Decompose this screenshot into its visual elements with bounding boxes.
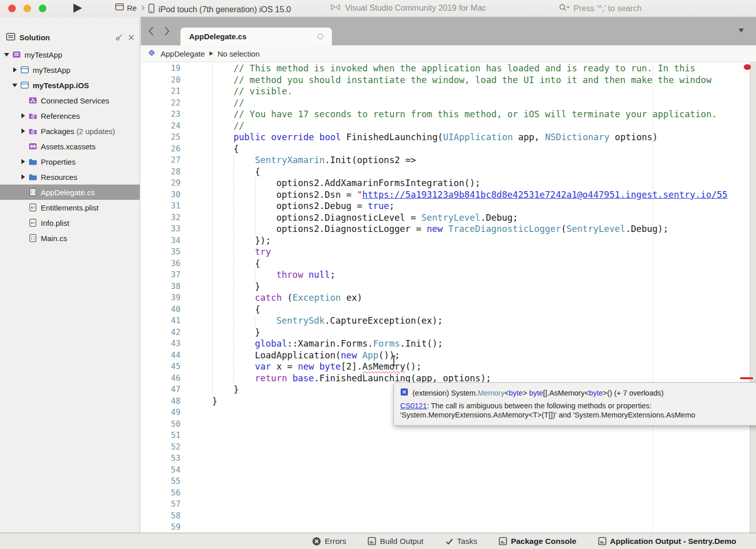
code-editor[interactable]: 19// This method is invoked when the app…	[141, 62, 756, 533]
code-line-57[interactable]: 57	[141, 499, 756, 510]
line-number[interactable]: 28	[141, 166, 180, 178]
tree-item-properties[interactable]: Properties	[0, 154, 140, 169]
code-line-35[interactable]: 35try	[141, 246, 756, 258]
code-line-33[interactable]: 33options2.DiagnosticLogger = new TraceD…	[141, 223, 756, 235]
navigate-forward-button[interactable]	[163, 25, 171, 39]
code-line-34[interactable]: 34});	[141, 235, 756, 247]
line-number[interactable]: 41	[141, 315, 180, 327]
line-number[interactable]: 32	[141, 212, 180, 224]
line-number[interactable]: 42	[141, 327, 180, 338]
chevron-down-icon[interactable]	[11, 82, 19, 88]
code-line-38[interactable]: 38}	[141, 281, 756, 293]
tree-item-entitlements-plist[interactable]: Entitlements.plist	[0, 200, 140, 215]
code-line-31[interactable]: 31options2.Debug = true;	[141, 200, 756, 212]
code-line-40[interactable]: 40{	[141, 304, 756, 316]
code-line-52[interactable]: 52	[141, 441, 756, 453]
error-code-link[interactable]: CS0121	[400, 402, 427, 410]
code-line-21[interactable]: 21// visible.	[141, 86, 756, 97]
zoom-window-button[interactable]	[39, 5, 46, 12]
line-number[interactable]: 46	[141, 373, 180, 384]
tree-item-connected-services[interactable]: Connected Services	[0, 93, 140, 108]
code-line-37[interactable]: 37throw null;	[141, 269, 756, 281]
tree-item-mytestapp-ios[interactable]: myTestApp.iOS	[0, 77, 140, 93]
line-number[interactable]: 48	[141, 396, 180, 407]
breadcrumb-member[interactable]: No selection	[218, 49, 260, 58]
line-number[interactable]: 26	[141, 143, 180, 155]
line-number[interactable]: 47	[141, 384, 180, 396]
code-line-42[interactable]: 42}	[141, 327, 756, 338]
tree-item-main-cs[interactable]: {}Main.cs	[0, 230, 140, 246]
code-line-56[interactable]: 56	[141, 487, 756, 499]
line-number[interactable]: 45	[141, 361, 180, 373]
line-number[interactable]: 52	[141, 441, 180, 453]
run-configuration-selector[interactable]: Re	[115, 3, 144, 12]
minimize-window-button[interactable]	[23, 5, 31, 12]
line-number[interactable]: 40	[141, 304, 180, 316]
code-line-53[interactable]: 53	[141, 453, 756, 464]
code-line-27[interactable]: 27SentryXamarin.Init(options2 =>	[141, 154, 756, 166]
tree-item-appdelegate-cs[interactable]: {}AppDelegate.cs	[0, 185, 140, 200]
tab-appdelegate[interactable]: AppDelegate.cs	[180, 28, 332, 45]
line-number[interactable]: 34	[141, 235, 180, 247]
chevron-right-icon[interactable]	[19, 174, 27, 180]
line-number[interactable]: 59	[141, 521, 180, 533]
line-number[interactable]: 30	[141, 189, 180, 201]
line-number[interactable]: 50	[141, 419, 180, 430]
code-line-25[interactable]: 25public override bool FinishedLaunching…	[141, 132, 756, 143]
line-number[interactable]: 21	[141, 86, 180, 97]
line-number[interactable]: 39	[141, 292, 180, 304]
line-number[interactable]: 55	[141, 476, 180, 487]
line-number[interactable]: 57	[141, 499, 180, 510]
tree-item-info-plist[interactable]: Info.plist	[0, 215, 140, 230]
close-icon[interactable]	[128, 34, 135, 41]
dock-item-package-console[interactable]: Package Console	[499, 537, 576, 546]
line-number[interactable]: 29	[141, 177, 180, 189]
line-number[interactable]: 36	[141, 258, 180, 270]
line-number[interactable]: 53	[141, 453, 180, 464]
scrollbar[interactable]	[750, 62, 756, 533]
tree-item-mytestapp[interactable]: myTestApp	[0, 62, 140, 77]
line-number[interactable]: 27	[141, 154, 180, 166]
line-number[interactable]: 51	[141, 430, 180, 441]
line-number[interactable]: 44	[141, 350, 180, 361]
dock-item-build-output[interactable]: Build Output	[368, 537, 423, 546]
line-number[interactable]: 22	[141, 97, 180, 109]
line-number[interactable]: 58	[141, 510, 180, 522]
code-line-24[interactable]: 24//	[141, 120, 756, 132]
line-number[interactable]: 23	[141, 109, 180, 120]
code-line-54[interactable]: 54	[141, 464, 756, 476]
chevron-right-icon[interactable]	[19, 113, 27, 119]
code-line-28[interactable]: 28{	[141, 166, 756, 178]
code-line-43[interactable]: 43global::Xamarin.Forms.Forms.Init();	[141, 338, 756, 350]
breadcrumb-class[interactable]: AppDelegate	[161, 49, 205, 58]
chevron-down-icon[interactable]	[3, 51, 11, 58]
line-number[interactable]: 37	[141, 269, 180, 281]
code-line-51[interactable]: 51	[141, 430, 756, 441]
device-selector[interactable]: iPod touch (7th generation) iOS 15.0	[148, 4, 291, 15]
line-number[interactable]: 19	[141, 63, 180, 74]
search-input[interactable]	[572, 4, 743, 14]
line-number[interactable]: 49	[141, 407, 180, 419]
code-line-22[interactable]: 22//	[141, 97, 756, 109]
code-line-36[interactable]: 36{	[141, 258, 756, 270]
dock-item-application-output-sentry-demo[interactable]: Application Output - Sentry.Demo	[598, 537, 737, 546]
code-line-41[interactable]: 41SentrySdk.CaptureException(ex);	[141, 315, 756, 327]
code-line-59[interactable]: 59	[141, 521, 756, 533]
chevron-right-icon[interactable]	[19, 128, 27, 134]
line-number[interactable]: 25	[141, 132, 180, 143]
line-number[interactable]: 35	[141, 246, 180, 258]
code-line-55[interactable]: 55	[141, 476, 756, 487]
code-line-32[interactable]: 32options2.DiagnosticLevel = SentryLevel…	[141, 212, 756, 224]
global-search[interactable]	[559, 3, 743, 14]
code-line-45[interactable]: 45var x = new byte[2].AsMemory();	[141, 361, 756, 373]
close-window-button[interactable]	[8, 5, 16, 12]
dock-item-tasks[interactable]: Tasks	[445, 537, 478, 546]
line-number[interactable]: 56	[141, 487, 180, 499]
code-line-58[interactable]: 58	[141, 510, 756, 522]
line-number[interactable]: 24	[141, 120, 180, 132]
tree-item-resources[interactable]: Resources	[0, 169, 140, 185]
dock-item-errors[interactable]: Errors	[312, 537, 346, 546]
code-line-29[interactable]: 29options2.AddXamarinFormsIntegration();	[141, 177, 756, 189]
pin-icon[interactable]	[115, 34, 123, 41]
code-line-20[interactable]: 20// method you should instantiate the w…	[141, 74, 756, 86]
